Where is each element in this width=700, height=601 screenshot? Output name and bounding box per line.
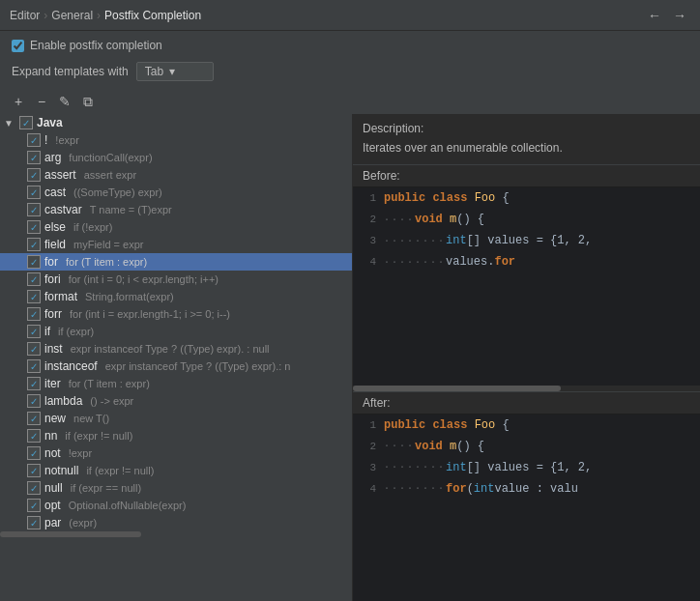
left-scrollbar[interactable] <box>0 531 352 537</box>
description-label: Description: <box>363 122 690 135</box>
list-item[interactable]: new new T() <box>0 410 352 427</box>
list-item[interactable]: ! !expr <box>0 131 352 149</box>
list-item[interactable]: lambda () -> expr <box>0 392 352 410</box>
list-item[interactable]: else if (!expr) <box>0 218 352 236</box>
item-check-par[interactable] <box>27 516 41 529</box>
item-desc-new: new T() <box>73 413 109 424</box>
item-name-null: null <box>44 481 63 495</box>
item-desc-if: if (expr) <box>58 326 94 337</box>
code-keyword: for <box>446 482 467 496</box>
list-item[interactable]: instanceof expr instanceof Type ? ((Type… <box>0 358 352 375</box>
after-line-4: 4 ········ for ( int value : valu <box>353 478 700 500</box>
item-check-not[interactable] <box>27 446 41 460</box>
java-group-check[interactable] <box>19 116 33 129</box>
item-check-format[interactable] <box>27 290 41 303</box>
item-check-else[interactable] <box>27 220 41 234</box>
item-check-instanceof[interactable] <box>27 359 41 373</box>
item-check-lambda[interactable] <box>27 394 41 408</box>
item-check-notnull[interactable] <box>27 464 41 477</box>
list-item[interactable]: if if (expr) <box>0 323 352 340</box>
code-text: [] values = {1, 2, <box>467 461 593 474</box>
nav-back-button[interactable]: ← <box>644 6 665 25</box>
after-section: After: 1 public class Foo { 2 ···· void … <box>353 392 700 602</box>
item-check-iter[interactable] <box>27 377 41 390</box>
list-item[interactable]: cast ((SomeType) expr) <box>0 184 352 201</box>
after-editor: 1 public class Foo { 2 ···· void m () { <box>353 415 700 602</box>
before-scrollbar[interactable] <box>353 386 700 391</box>
list-item[interactable]: fori for (int i = 0; i < expr.length; i+… <box>0 271 352 288</box>
item-desc-inst: expr instanceof Type ? ((Type) expr). : … <box>71 343 270 355</box>
list-item[interactable]: forr for (int i = expr.length-1; i >= 0;… <box>0 305 352 323</box>
item-check-null[interactable] <box>27 481 41 495</box>
list-item[interactable]: notnull if (expr != null) <box>0 462 352 479</box>
code-brace: { <box>502 191 509 205</box>
code-text: ( <box>467 482 474 496</box>
item-check-arg[interactable] <box>27 151 41 164</box>
code-text: values. <box>446 255 494 269</box>
item-check-cast[interactable] <box>27 186 41 199</box>
item-name-instanceof: instanceof <box>44 359 98 373</box>
item-check-excl[interactable] <box>27 133 41 147</box>
header-navigation: ← → <box>644 6 690 25</box>
code-classname: Foo <box>475 191 496 205</box>
add-button[interactable]: + <box>8 91 29 112</box>
group-java[interactable]: ▼ Java <box>0 114 352 131</box>
item-check-field[interactable] <box>27 238 41 251</box>
item-desc-lambda: () -> expr <box>90 395 133 407</box>
item-desc-assert: assert expr <box>84 169 136 181</box>
expand-row: Expand templates with Tab ▾ <box>12 62 688 81</box>
line-number: 1 <box>357 192 376 204</box>
list-item[interactable]: not !expr <box>0 444 352 462</box>
tab-option-label: Tab <box>145 65 163 78</box>
right-panel: Description: Iterates over an enumerable… <box>353 114 700 601</box>
item-desc-not: !expr <box>69 447 92 459</box>
list-item[interactable]: iter for (T item : expr) <box>0 375 352 392</box>
item-name-excl: ! <box>44 133 47 147</box>
list-item[interactable]: assert assert expr <box>0 166 352 184</box>
item-check-new[interactable] <box>27 412 41 425</box>
copy-button[interactable]: ⧉ <box>77 91 99 112</box>
nav-forward-button[interactable]: → <box>669 6 690 25</box>
list-item[interactable]: null if (expr == null) <box>0 479 352 497</box>
list-item[interactable]: inst expr instanceof Type ? ((Type) expr… <box>0 340 352 358</box>
line-number: 4 <box>357 483 376 495</box>
list-item[interactable]: arg functionCall(expr) <box>0 149 352 166</box>
line-number: 2 <box>357 214 376 225</box>
description-section: Description: Iterates over an enumerable… <box>353 114 700 165</box>
expand-dropdown[interactable]: Tab ▾ <box>136 62 214 81</box>
item-check-fori[interactable] <box>27 272 41 286</box>
chevron-down-icon: ▼ <box>4 118 15 129</box>
item-check-assert[interactable] <box>27 168 41 182</box>
item-check-opt[interactable] <box>27 499 41 512</box>
item-desc-else: if (!expr) <box>73 221 112 233</box>
breadcrumb-editor[interactable]: Editor <box>10 9 40 22</box>
before-line-4: 4 ········ values. for <box>353 251 700 272</box>
item-check-forr[interactable] <box>27 307 41 321</box>
list-item[interactable]: opt Optional.ofNullable(expr) <box>0 497 352 514</box>
list-item[interactable]: castvar T name = (T)expr <box>0 201 352 218</box>
list-item-for[interactable]: for for (T item : expr) <box>0 253 352 271</box>
line-number: 2 <box>357 441 376 452</box>
item-check-castvar[interactable] <box>27 203 41 216</box>
before-scrollbar-thumb <box>353 386 561 391</box>
before-editor: 1 public class Foo { 2 ···· void m () { <box>353 187 700 386</box>
enable-checkbox[interactable] <box>12 40 24 52</box>
edit-button[interactable]: ✎ <box>54 91 75 112</box>
breadcrumb-general[interactable]: General <box>51 9 93 22</box>
line-number: 4 <box>357 256 376 268</box>
remove-button[interactable]: − <box>31 91 52 112</box>
code-method: m <box>450 213 456 226</box>
item-check-inst[interactable] <box>27 342 41 356</box>
item-name-opt: opt <box>44 499 61 512</box>
list-item[interactable]: nn if (expr != null) <box>0 427 352 444</box>
list-item[interactable]: field myField = expr <box>0 236 352 253</box>
item-check-for[interactable] <box>27 255 41 269</box>
item-desc-field: myField = expr <box>73 239 143 250</box>
item-desc-cast: ((SomeType) expr) <box>73 186 162 198</box>
list-item[interactable]: par (expr) <box>0 514 352 531</box>
item-check-nn[interactable] <box>27 429 41 443</box>
dropdown-arrow-icon: ▾ <box>169 65 175 78</box>
item-name-nn: nn <box>44 429 57 443</box>
item-check-if[interactable] <box>27 325 41 338</box>
list-item[interactable]: format String.format(expr) <box>0 288 352 305</box>
